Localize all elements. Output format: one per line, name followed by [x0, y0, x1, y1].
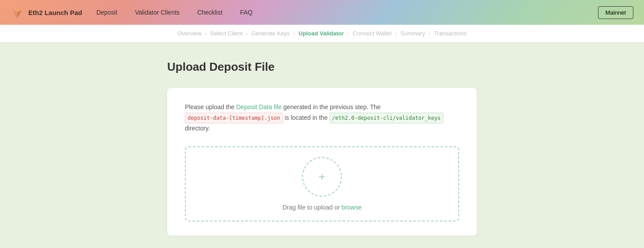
desc-part4: directory.: [185, 125, 210, 132]
nav-links: Deposit Validator Clients Checklist FAQ: [96, 9, 598, 16]
breadcrumb-bar: Overview › Select Client › Generate Keys…: [0, 25, 644, 42]
main-content: Upload Deposit File Please upload the De…: [0, 42, 644, 248]
mainnet-button[interactable]: Mainnet: [598, 6, 633, 19]
drop-text: Drag file to upload or browse: [283, 204, 362, 211]
breadcrumb-transactions[interactable]: Transactions: [434, 30, 467, 37]
nav-validator-clients[interactable]: Validator Clients: [135, 9, 180, 16]
breadcrumb-summary[interactable]: Summary: [400, 30, 425, 37]
breadcrumb-arrow-1: ›: [205, 31, 207, 37]
drop-zone-circle: +: [302, 157, 342, 197]
navbar: Eth2 Launch Pad Deposit Validator Client…: [0, 0, 644, 25]
drop-zone[interactable]: + Drag file to upload or browse: [185, 146, 459, 221]
breadcrumb-select-client[interactable]: Select Client: [210, 30, 242, 37]
nav-faq[interactable]: FAQ: [240, 9, 253, 16]
filename-code: deposit-data-[timestamp].json: [185, 113, 283, 123]
breadcrumb-arrow-5: ›: [395, 31, 397, 37]
nav-deposit[interactable]: Deposit: [96, 9, 117, 16]
nav-checklist[interactable]: Checklist: [197, 9, 222, 16]
plus-icon: +: [318, 171, 326, 183]
breadcrumb-arrow-2: ›: [246, 31, 248, 37]
deposit-data-link[interactable]: Deposit Data file: [236, 103, 282, 111]
breadcrumb-generate-keys[interactable]: Generate Keys: [251, 30, 290, 37]
page-title: Upload Deposit File: [167, 60, 477, 74]
breadcrumb-arrow-3: ›: [293, 31, 295, 37]
breadcrumb-arrow-6: ›: [429, 31, 430, 37]
desc-part2: generated in the previous step. The: [282, 103, 381, 111]
desc-part3: is located in the: [283, 114, 330, 121]
browse-link[interactable]: browse: [341, 204, 361, 211]
breadcrumb-connect-wallet[interactable]: Connect Wallet: [353, 30, 392, 37]
directory-code: /eth2.0-deposit-cli/validator_keys: [330, 113, 444, 123]
desc-part1: Please upload the: [185, 103, 236, 111]
breadcrumb-upload-validator[interactable]: Upload Validator: [299, 30, 344, 37]
breadcrumb-overview[interactable]: Overview: [177, 30, 201, 37]
eth-logo-icon: [11, 6, 24, 19]
upload-card: Please upload the Deposit Data file gene…: [167, 88, 477, 236]
breadcrumb-arrow-4: ›: [348, 31, 349, 37]
brand-name: Eth2 Launch Pad: [28, 9, 82, 16]
description: Please upload the Deposit Data file gene…: [185, 102, 459, 134]
logo-area[interactable]: Eth2 Launch Pad: [11, 6, 82, 19]
